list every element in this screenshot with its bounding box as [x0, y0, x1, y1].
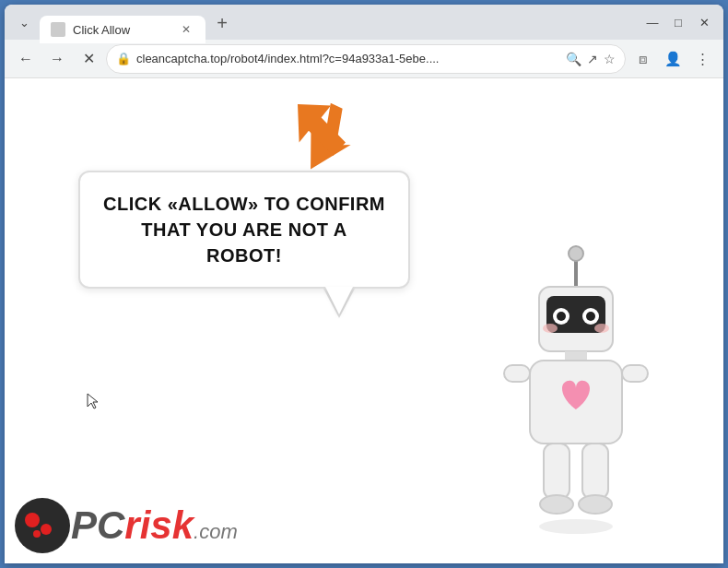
- speech-bubble: CLICK «ALLOW» TO CONFIRM THAT YOU ARE NO…: [78, 171, 410, 289]
- svg-rect-14: [504, 365, 530, 382]
- bubble-text: CLICK «ALLOW» TO CONFIRM THAT YOU ARE NO…: [102, 191, 386, 268]
- pc-text: PC: [71, 503, 124, 548]
- reload-button[interactable]: ✕: [75, 45, 102, 73]
- pcrisk-logo: PC risk .com: [14, 497, 238, 554]
- toolbar-actions: ⧈ 👤 ⋮: [629, 45, 716, 73]
- svg-point-19: [579, 495, 612, 514]
- minimize-button[interactable]: —: [640, 10, 664, 34]
- profile-button[interactable]: 👤: [659, 45, 687, 73]
- forward-button[interactable]: →: [43, 45, 71, 73]
- search-icon[interactable]: 🔍: [566, 52, 581, 66]
- orange-arrow: [290, 97, 364, 171]
- url-text: cleancaptcha.top/robot4/index.html?c=94a…: [136, 52, 560, 65]
- cursor: [86, 392, 100, 410]
- svg-point-24: [33, 530, 41, 538]
- pcrisk-icon: [14, 497, 71, 554]
- window-controls: — □ ✕: [640, 10, 716, 34]
- svg-rect-17: [582, 444, 608, 499]
- svg-point-23: [41, 524, 52, 535]
- new-tab-button[interactable]: +: [209, 10, 235, 36]
- share-icon[interactable]: ↗: [587, 52, 598, 66]
- robot-image: [484, 241, 668, 536]
- tab-close-button[interactable]: ✕: [178, 21, 194, 38]
- toolbar: ← → ✕ 🔒 cleancaptcha.top/robot4/index.ht…: [5, 40, 723, 78]
- svg-point-8: [557, 312, 566, 321]
- title-bar: ⌄ Click Allow ✕ + — □ ✕: [5, 5, 723, 40]
- address-bar[interactable]: 🔒 cleancaptcha.top/robot4/index.html?c=9…: [106, 44, 626, 74]
- pcrisk-text: PC risk .com: [71, 503, 238, 548]
- svg-point-3: [569, 246, 583, 261]
- browser-window: ⌄ Click Allow ✕ + — □ ✕ ← → ✕ 🔒 cleancap…: [5, 5, 723, 563]
- maximize-button[interactable]: □: [666, 10, 690, 34]
- svg-marker-1: [298, 104, 346, 156]
- svg-point-20: [539, 519, 613, 534]
- extensions-button[interactable]: ⧈: [629, 45, 657, 73]
- svg-point-22: [25, 513, 40, 527]
- risk-text: risk: [124, 503, 194, 548]
- svg-rect-15: [622, 365, 648, 382]
- dot-com-text: .com: [194, 520, 238, 544]
- back-button[interactable]: ←: [12, 45, 40, 73]
- svg-point-11: [594, 324, 609, 333]
- svg-point-9: [586, 312, 595, 321]
- tab-title: Click Allow: [73, 23, 170, 37]
- svg-point-18: [540, 495, 573, 514]
- menu-button[interactable]: ⋮: [688, 45, 716, 73]
- svg-rect-12: [565, 351, 587, 361]
- active-tab[interactable]: Click Allow ✕: [40, 16, 205, 43]
- tab-favicon: [51, 22, 65, 37]
- svg-point-10: [543, 324, 558, 333]
- tab-bar: Click Allow ✕ +: [40, 5, 629, 40]
- svg-rect-16: [544, 444, 569, 499]
- close-button[interactable]: ✕: [692, 10, 716, 34]
- tab-list-button[interactable]: ⌄: [12, 10, 36, 34]
- bookmark-icon[interactable]: ☆: [604, 52, 616, 66]
- page-content: CLICK «ALLOW» TO CONFIRM THAT YOU ARE NO…: [5, 78, 723, 563]
- lock-icon: 🔒: [116, 52, 131, 65]
